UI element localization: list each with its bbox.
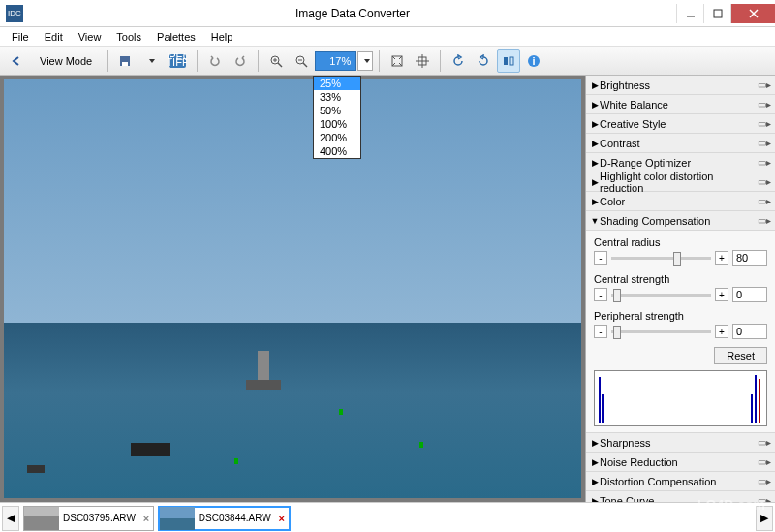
window-title: Image Data Converter (29, 7, 676, 20)
zoom-dropdown-button[interactable] (357, 51, 373, 71)
panel-tone-curve[interactable]: ▶Tone Curve▭▸ (586, 491, 775, 502)
zoom-option[interactable]: 25% (314, 77, 360, 90)
slider-label: Central radius (594, 236, 767, 248)
peripheral-strength-value[interactable] (732, 324, 767, 339)
view-mode-button[interactable]: View Mode (31, 49, 101, 73)
slider-label: Central strength (594, 273, 767, 285)
menu-edit[interactable]: Edit (37, 29, 71, 45)
zoom-option[interactable]: 100% (314, 117, 360, 131)
zoom-option[interactable]: 33% (314, 90, 360, 104)
slider-thumb[interactable] (673, 252, 681, 266)
fit-window-button[interactable] (386, 49, 409, 73)
zoom-option[interactable]: 400% (314, 144, 360, 158)
slider-thumb[interactable] (613, 326, 621, 339)
panel-menu-icon[interactable]: ▭▸ (758, 495, 771, 502)
menu-palettes[interactable]: Palettes (149, 29, 203, 45)
central-strength-slider[interactable] (611, 294, 711, 297)
central-radius-slider[interactable] (611, 257, 711, 260)
panel-menu-icon[interactable]: ▭▸ (758, 118, 771, 129)
panel-menu-icon[interactable]: ▭▸ (758, 215, 771, 226)
panel-menu-icon[interactable]: ▭▸ (758, 176, 771, 187)
image-buoy (419, 442, 423, 448)
menu-view[interactable]: View (71, 29, 109, 45)
maximize-button[interactable] (703, 4, 730, 23)
thumbnail-item[interactable]: DSC03795.ARW × (23, 506, 154, 531)
panel-menu-icon[interactable]: ▭▸ (758, 79, 771, 90)
panel-label: Tone Curve (600, 495, 758, 503)
close-button[interactable] (730, 4, 775, 23)
panel-label: Brightness (600, 79, 758, 91)
expand-icon: ▶ (590, 139, 600, 148)
thumbnail-filename: DSC03795.ARW (59, 513, 140, 523)
panel-sharpness[interactable]: ▶Sharpness▭▸ (586, 433, 775, 453)
panel-menu-icon[interactable]: ▭▸ (758, 437, 771, 448)
panel-noise-reduction[interactable]: ▶Noise Reduction▭▸ (586, 453, 775, 472)
decrement-button[interactable]: - (594, 288, 607, 301)
image-sky (4, 79, 581, 323)
zoom-in-button[interactable] (264, 49, 288, 73)
panel-label: Contrast (600, 138, 758, 149)
panel-white-balance[interactable]: ▶White Balance▭▸ (586, 95, 775, 114)
panel-label: Highlight color distortion reduction (600, 171, 758, 194)
thumbnail-close-icon[interactable]: × (140, 513, 153, 524)
central-strength-value[interactable] (732, 287, 767, 302)
central-strength-group: Central strength - + (594, 273, 767, 302)
reset-button[interactable]: Reset (714, 347, 767, 364)
thumb-scroll-left[interactable]: ◀ (2, 506, 19, 531)
zoom-option[interactable]: 200% (314, 131, 360, 144)
zoom-value-field[interactable]: 17% (315, 51, 356, 71)
central-radius-group: Central radius - + (594, 236, 767, 266)
rotate-left-button[interactable] (447, 49, 470, 73)
redo-button[interactable] (229, 49, 252, 73)
save-button[interactable] (113, 49, 137, 73)
save-dropdown[interactable] (139, 49, 162, 73)
expand-icon: ▶ (590, 438, 600, 448)
back-button[interactable] (6, 49, 29, 73)
increment-button[interactable]: + (715, 325, 728, 338)
panel-brightness[interactable]: ▶Brightness▭▸ (586, 76, 775, 95)
adjustments-panel: ▶Brightness▭▸ ▶White Balance▭▸ ▶Creative… (585, 76, 775, 502)
actual-size-button[interactable] (411, 49, 434, 73)
menu-help[interactable]: Help (203, 29, 241, 45)
panel-label: Noise Reduction (600, 456, 758, 468)
central-radius-value[interactable] (732, 250, 767, 266)
thumbnail-filename: DSC03844.ARW (195, 513, 275, 523)
panel-color[interactable]: ▶Color▭▸ (586, 192, 775, 211)
panel-distortion-compensation[interactable]: ▶Distortion Compensation▭▸ (586, 472, 775, 491)
zoom-option[interactable]: 50% (314, 104, 360, 117)
export-jpeg-tiff-button[interactable]: JPEGTIFF (164, 49, 191, 73)
info-button[interactable]: i (522, 49, 545, 73)
toolbar: View Mode JPEGTIFF 17% i (0, 47, 775, 76)
menu-file[interactable]: File (4, 29, 37, 45)
decrement-button[interactable]: - (594, 251, 607, 265)
panel-contrast[interactable]: ▶Contrast▭▸ (586, 134, 775, 153)
increment-button[interactable]: + (715, 251, 728, 265)
panel-menu-icon[interactable]: ▭▸ (758, 157, 771, 168)
menubar: File Edit View Tools Palettes Help (0, 27, 775, 47)
chevron-down-icon (149, 59, 155, 63)
panel-menu-icon[interactable]: ▭▸ (758, 99, 771, 110)
minimize-button[interactable] (676, 4, 703, 23)
thumbnail-item-active[interactable]: DSC03844.ARW × (158, 506, 291, 531)
panel-menu-icon[interactable]: ▭▸ (758, 456, 771, 467)
panel-creative-style[interactable]: ▶Creative Style▭▸ (586, 114, 775, 134)
zoom-out-button[interactable] (290, 49, 313, 73)
panel-highlight-reduction[interactable]: ▶Highlight color distortion reduction▭▸ (586, 172, 775, 192)
peripheral-strength-slider[interactable] (611, 330, 711, 333)
thumb-scroll-right[interactable]: ▶ (756, 506, 773, 531)
undo-button[interactable] (203, 49, 227, 73)
image-canvas[interactable] (4, 79, 581, 498)
panel-menu-icon[interactable]: ▭▸ (758, 138, 771, 148)
svg-text:TIFF: TIFF (168, 56, 187, 68)
decrement-button[interactable]: - (594, 325, 607, 338)
slider-thumb[interactable] (613, 289, 621, 302)
panel-menu-icon[interactable]: ▭▸ (758, 476, 771, 486)
thumbnail-close-icon[interactable]: × (275, 513, 289, 524)
panel-shading-compensation[interactable]: ▼Shading Compensation▭▸ (586, 211, 775, 231)
compare-toggle-button[interactable] (497, 49, 520, 73)
rotate-right-button[interactable] (472, 49, 495, 73)
increment-button[interactable]: + (715, 288, 728, 301)
menu-tools[interactable]: Tools (108, 29, 149, 45)
panel-label: Creative Style (600, 118, 758, 130)
panel-menu-icon[interactable]: ▭▸ (758, 196, 771, 206)
